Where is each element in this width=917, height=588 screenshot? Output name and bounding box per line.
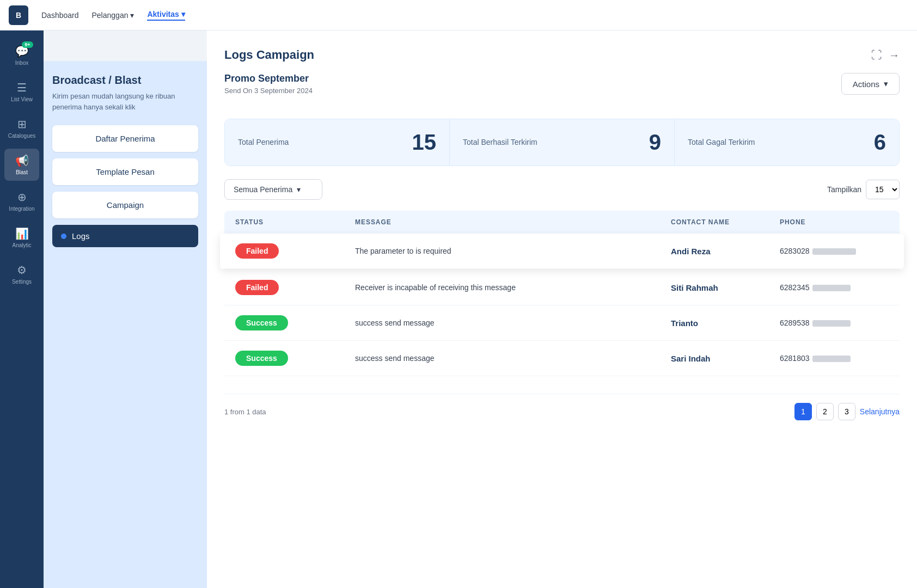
table-row[interactable]: Success success send message Trianto 628… [224, 305, 900, 341]
sidebar-label-inbox: Inbox [15, 60, 28, 66]
table-header: STATUS MESSAGE CONTACT NAME PHONE [224, 211, 900, 234]
campaign-button[interactable]: Campaign [52, 192, 198, 218]
campaign-name: Promo September [224, 73, 313, 84]
tampilkan-label: Tampilkan [827, 185, 861, 194]
sidebar-label-catalogues: Catalogues [8, 133, 36, 139]
blast-icon: 📢 [15, 154, 29, 167]
logs-dot-icon [61, 234, 66, 239]
stat-gagal: Total Gagal Terkirim 6 [675, 119, 899, 166]
contact-name-cell: Trianto [671, 318, 780, 328]
logs-label: Logs [72, 231, 90, 241]
broadcast-sidebar: Broadcast / Blast Kirim pesan mudah lang… [44, 61, 207, 588]
nav-aktivitas[interactable]: Aktivitas ▾ [147, 10, 185, 21]
integration-icon: ⊕ [17, 191, 27, 204]
stat-label-2: Total Gagal Terkirim [688, 137, 755, 148]
status-badge-success: Success [235, 351, 288, 366]
contact-name-cell: Sari Indah [671, 354, 780, 363]
main-content: Logs Campaign ⛶ → Promo September Send O… [207, 30, 917, 588]
sidebar-label-analytic: Analytic [12, 242, 31, 248]
top-navigation: B Dashboard Pelanggan ▾ Aktivitas ▾ [0, 0, 917, 30]
pagination-buttons: 1 2 3 Selanjutnya [794, 403, 900, 420]
table: STATUS MESSAGE CONTACT NAME PHONE Failed… [224, 211, 900, 376]
status-cell: Failed [235, 243, 355, 259]
sidebar-label-listview: List View [11, 96, 33, 102]
chevron-down-icon: ▾ [130, 11, 134, 20]
filter-row: Semua Penerima ▾ Tampilkan 15 25 50 [224, 179, 900, 200]
pagination-row: 1 from 1 data 1 2 3 Selanjutnya [224, 394, 900, 420]
table-row[interactable]: Failed The parameter to is required Andi… [224, 234, 900, 269]
sidebar-item-inbox[interactable]: 💬 9+ Inbox [4, 39, 39, 71]
sidebar-item-analytic[interactable]: 📊 Analytic [4, 222, 39, 254]
status-cell: Success [235, 351, 355, 366]
actions-label: Actions [853, 79, 879, 89]
logs-campaign-title: Logs Campaign [224, 48, 314, 62]
stat-value-1: 9 [649, 130, 661, 155]
chevron-down-icon: ▾ [181, 10, 185, 19]
chat-icon: 💬 9+ [15, 45, 29, 58]
actions-button[interactable]: Actions ▾ [841, 73, 900, 95]
header-icons: ⛶ → [871, 49, 900, 62]
col-contact: CONTACT NAME [671, 218, 780, 226]
sidebar-item-listview[interactable]: ☰ List View [4, 76, 39, 108]
status-badge-success: Success [235, 315, 288, 330]
contact-name-cell: Andi Reza [671, 247, 780, 256]
nav-pelanggan[interactable]: Pelanggan ▾ [92, 11, 135, 20]
message-cell: Receiver is incapable of receiving this … [355, 283, 671, 292]
stats-row: Total Penerima 15 Total Berhasil Terkiri… [224, 119, 900, 166]
table-row[interactable]: Success success send message Sari Indah … [224, 341, 900, 376]
tampilkan-area: Tampilkan 15 25 50 [827, 180, 900, 199]
sidebar-item-catalogues[interactable]: ⊞ Catalogues [4, 112, 39, 144]
stat-label-1: Total Berhasil Terkirim [463, 137, 537, 148]
sidebar-item-integration[interactable]: ⊕ Integration [4, 185, 39, 217]
sidebar-label-settings: Settings [12, 279, 32, 285]
filter-label: Semua Penerima [234, 185, 292, 194]
contact-name-cell: Siti Rahmah [671, 283, 780, 292]
status-cell: Failed [235, 280, 355, 295]
page-2-button[interactable]: 2 [816, 403, 834, 420]
daftar-penerima-button[interactable]: Daftar Penerima [52, 125, 198, 152]
stat-total-penerima: Total Penerima 15 [225, 119, 450, 166]
stat-berhasil: Total Berhasil Terkirim 9 [450, 119, 675, 166]
analytic-icon: 📊 [15, 227, 29, 240]
chevron-down-icon: ▾ [297, 185, 301, 194]
sidebar-label-blast: Blast [16, 169, 28, 175]
message-cell: success send message [355, 354, 671, 363]
stat-value-0: 15 [412, 130, 437, 155]
col-message: MESSAGE [355, 218, 671, 226]
broadcast-title: Broadcast / Blast [52, 74, 198, 87]
phone-cell: 6289538 [780, 318, 889, 327]
tampilkan-select[interactable]: 15 25 50 [866, 180, 900, 199]
sidebar-item-settings[interactable]: ⚙ Settings [4, 258, 39, 290]
page-1-button[interactable]: 1 [794, 403, 812, 420]
inbox-badge: 9+ [22, 41, 33, 48]
arrow-right-icon[interactable]: → [889, 49, 900, 62]
col-phone: PHONE [780, 218, 889, 226]
semua-penerima-filter[interactable]: Semua Penerima ▾ [224, 179, 322, 200]
nav-items: Dashboard Pelanggan ▾ Aktivitas ▾ [41, 10, 185, 21]
list-icon: ☰ [17, 81, 27, 94]
campaign-info: Promo September Send On 3 September 2024 [224, 73, 313, 108]
logs-header: Logs Campaign ⛶ → [224, 48, 900, 62]
selanjutnya-button[interactable]: Selanjutnya [860, 407, 900, 416]
message-cell: The parameter to is required [355, 247, 671, 255]
logs-menu-item[interactable]: Logs [52, 225, 198, 247]
broadcast-description: Kirim pesan mudah langsung ke ribuan pen… [52, 91, 198, 112]
chevron-down-icon: ▾ [884, 79, 888, 89]
message-cell: success send message [355, 318, 671, 327]
stat-value-2: 6 [874, 130, 886, 155]
table-row[interactable]: Failed Receiver is incapable of receivin… [224, 270, 900, 305]
sidebar-label-integration: Integration [9, 206, 34, 212]
status-badge-failed: Failed [235, 280, 279, 295]
template-pesan-button[interactable]: Template Pesan [52, 158, 198, 185]
settings-icon: ⚙ [17, 264, 27, 277]
phone-cell: 6282345 [780, 283, 889, 292]
page-3-button[interactable]: 3 [838, 403, 855, 420]
grid-icon: ⊞ [17, 118, 27, 131]
phone-cell: 6283028 [780, 247, 889, 255]
status-cell: Success [235, 315, 355, 330]
expand-icon[interactable]: ⛶ [871, 49, 882, 62]
phone-cell: 6281803 [780, 354, 889, 363]
status-badge-failed: Failed [235, 243, 279, 259]
nav-dashboard[interactable]: Dashboard [41, 11, 79, 20]
sidebar-item-blast[interactable]: 📢 Blast [4, 149, 39, 181]
